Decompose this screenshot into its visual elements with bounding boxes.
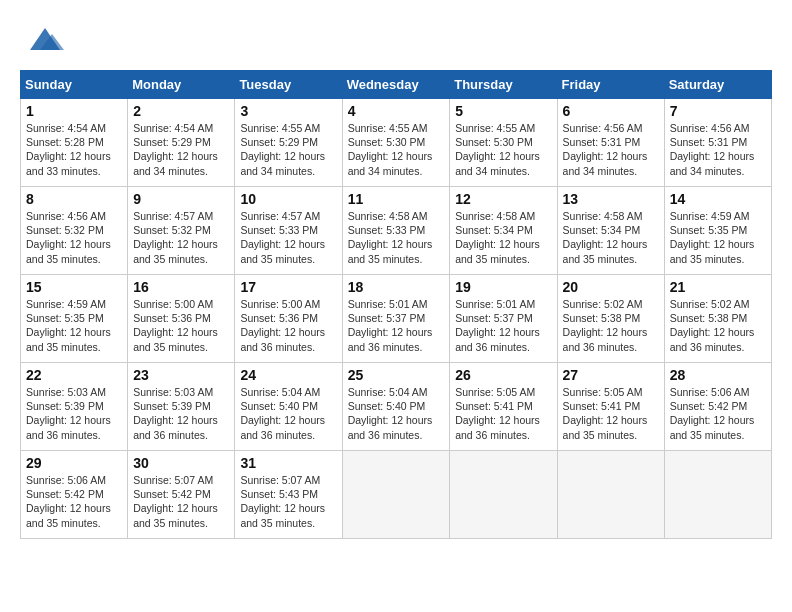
calendar-week-1: 1Sunrise: 4:54 AMSunset: 5:28 PMDaylight…	[21, 99, 772, 187]
calendar-day-14: 14Sunrise: 4:59 AMSunset: 5:35 PMDayligh…	[664, 187, 771, 275]
calendar-day-empty	[450, 451, 557, 539]
calendar-day-empty	[557, 451, 664, 539]
calendar-week-3: 15Sunrise: 4:59 AMSunset: 5:35 PMDayligh…	[21, 275, 772, 363]
calendar-week-5: 29Sunrise: 5:06 AMSunset: 5:42 PMDayligh…	[21, 451, 772, 539]
weekday-header-tuesday: Tuesday	[235, 71, 342, 99]
calendar-day-17: 17Sunrise: 5:00 AMSunset: 5:36 PMDayligh…	[235, 275, 342, 363]
page-header	[20, 20, 772, 60]
calendar-day-empty	[664, 451, 771, 539]
calendar-day-3: 3Sunrise: 4:55 AMSunset: 5:29 PMDaylight…	[235, 99, 342, 187]
calendar-day-21: 21Sunrise: 5:02 AMSunset: 5:38 PMDayligh…	[664, 275, 771, 363]
calendar-day-29: 29Sunrise: 5:06 AMSunset: 5:42 PMDayligh…	[21, 451, 128, 539]
calendar-day-18: 18Sunrise: 5:01 AMSunset: 5:37 PMDayligh…	[342, 275, 450, 363]
calendar-day-7: 7Sunrise: 4:56 AMSunset: 5:31 PMDaylight…	[664, 99, 771, 187]
calendar-table: SundayMondayTuesdayWednesdayThursdayFrid…	[20, 70, 772, 539]
calendar-day-30: 30Sunrise: 5:07 AMSunset: 5:42 PMDayligh…	[128, 451, 235, 539]
logo-icon	[20, 20, 70, 60]
calendar-day-6: 6Sunrise: 4:56 AMSunset: 5:31 PMDaylight…	[557, 99, 664, 187]
calendar-day-2: 2Sunrise: 4:54 AMSunset: 5:29 PMDaylight…	[128, 99, 235, 187]
weekday-header-monday: Monday	[128, 71, 235, 99]
calendar-day-22: 22Sunrise: 5:03 AMSunset: 5:39 PMDayligh…	[21, 363, 128, 451]
logo	[20, 20, 74, 60]
calendar-day-26: 26Sunrise: 5:05 AMSunset: 5:41 PMDayligh…	[450, 363, 557, 451]
calendar-day-20: 20Sunrise: 5:02 AMSunset: 5:38 PMDayligh…	[557, 275, 664, 363]
weekday-header-wednesday: Wednesday	[342, 71, 450, 99]
calendar-week-2: 8Sunrise: 4:56 AMSunset: 5:32 PMDaylight…	[21, 187, 772, 275]
calendar-day-15: 15Sunrise: 4:59 AMSunset: 5:35 PMDayligh…	[21, 275, 128, 363]
calendar-day-23: 23Sunrise: 5:03 AMSunset: 5:39 PMDayligh…	[128, 363, 235, 451]
calendar-day-19: 19Sunrise: 5:01 AMSunset: 5:37 PMDayligh…	[450, 275, 557, 363]
calendar-day-27: 27Sunrise: 5:05 AMSunset: 5:41 PMDayligh…	[557, 363, 664, 451]
weekday-header-thursday: Thursday	[450, 71, 557, 99]
calendar-day-31: 31Sunrise: 5:07 AMSunset: 5:43 PMDayligh…	[235, 451, 342, 539]
calendar-day-empty	[342, 451, 450, 539]
weekday-header-saturday: Saturday	[664, 71, 771, 99]
calendar-day-12: 12Sunrise: 4:58 AMSunset: 5:34 PMDayligh…	[450, 187, 557, 275]
calendar-day-10: 10Sunrise: 4:57 AMSunset: 5:33 PMDayligh…	[235, 187, 342, 275]
calendar-day-25: 25Sunrise: 5:04 AMSunset: 5:40 PMDayligh…	[342, 363, 450, 451]
calendar-day-28: 28Sunrise: 5:06 AMSunset: 5:42 PMDayligh…	[664, 363, 771, 451]
weekday-header-row: SundayMondayTuesdayWednesdayThursdayFrid…	[21, 71, 772, 99]
calendar-day-11: 11Sunrise: 4:58 AMSunset: 5:33 PMDayligh…	[342, 187, 450, 275]
calendar-week-4: 22Sunrise: 5:03 AMSunset: 5:39 PMDayligh…	[21, 363, 772, 451]
weekday-header-friday: Friday	[557, 71, 664, 99]
calendar-day-4: 4Sunrise: 4:55 AMSunset: 5:30 PMDaylight…	[342, 99, 450, 187]
weekday-header-sunday: Sunday	[21, 71, 128, 99]
calendar-day-16: 16Sunrise: 5:00 AMSunset: 5:36 PMDayligh…	[128, 275, 235, 363]
calendar-day-8: 8Sunrise: 4:56 AMSunset: 5:32 PMDaylight…	[21, 187, 128, 275]
calendar-day-13: 13Sunrise: 4:58 AMSunset: 5:34 PMDayligh…	[557, 187, 664, 275]
calendar-day-24: 24Sunrise: 5:04 AMSunset: 5:40 PMDayligh…	[235, 363, 342, 451]
calendar-day-1: 1Sunrise: 4:54 AMSunset: 5:28 PMDaylight…	[21, 99, 128, 187]
calendar-day-9: 9Sunrise: 4:57 AMSunset: 5:32 PMDaylight…	[128, 187, 235, 275]
calendar-day-5: 5Sunrise: 4:55 AMSunset: 5:30 PMDaylight…	[450, 99, 557, 187]
